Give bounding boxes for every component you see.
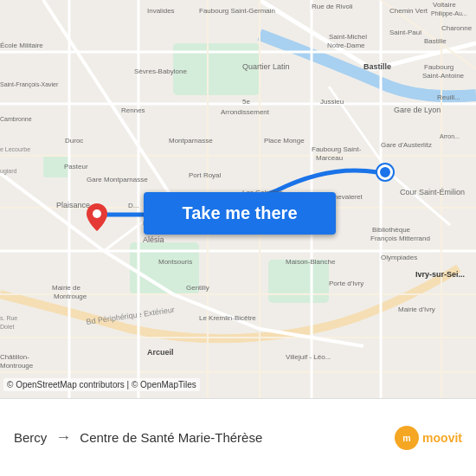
bottom-bar: Bercy → Centre de Santé Marie-Thérèse m … (0, 398, 476, 476)
svg-text:Gare Montparnasse: Gare Montparnasse (87, 176, 148, 183)
svg-text:Olympiades: Olympiades (381, 254, 417, 261)
svg-text:Mairie de: Mairie de (52, 284, 80, 292)
svg-text:Maison-Blanche: Maison-Blanche (286, 258, 336, 266)
svg-text:École Militaire: École Militaire (0, 42, 43, 49)
take-me-there-button[interactable]: Take me there (144, 192, 336, 235)
svg-text:Rennes: Rennes (121, 106, 145, 114)
svg-text:Gare de Lyon: Gare de Lyon (394, 106, 441, 114)
svg-text:Bibliothèque: Bibliothèque (372, 226, 411, 234)
map-attribution: © OpenStreetMap contributors | © OpenMap… (3, 378, 200, 391)
svg-text:m: m (402, 432, 410, 442)
svg-text:ugiard: ugiard (0, 168, 17, 175)
svg-text:Faubourg Saint-Germain: Faubourg Saint-Germain (199, 7, 275, 15)
svg-text:Reuill...: Reuill... (437, 93, 460, 101)
svg-text:Saint-Paul: Saint-Paul (389, 29, 421, 36)
svg-text:Châtillon-: Châtillon- (0, 353, 29, 361)
svg-text:Pasteur: Pasteur (64, 163, 88, 170)
moovit-icon: m (395, 426, 419, 450)
svg-text:Saint-Antoine: Saint-Antoine (422, 72, 465, 80)
svg-text:Rue de Rivoli: Rue de Rivoli (312, 3, 353, 10)
svg-text:Voltaire: Voltaire (433, 1, 456, 9)
svg-text:Gentilly: Gentilly (186, 284, 209, 292)
svg-text:Montrouge: Montrouge (54, 293, 87, 300)
svg-text:s. Rue: s. Rue (0, 315, 17, 321)
svg-text:Mairie d'Ivry: Mairie d'Ivry (398, 306, 435, 313)
svg-text:Montparnasse: Montparnasse (169, 137, 213, 145)
svg-text:5e: 5e (242, 98, 250, 106)
svg-text:Arron...: Arron... (440, 133, 460, 139)
origin-dot (377, 164, 393, 180)
svg-text:Marceau: Marceau (316, 154, 343, 162)
svg-text:Quartier Latin: Quartier Latin (242, 62, 290, 71)
map-container: Bd Périphérique Extérieur (0, 0, 476, 398)
svg-text:Montsouris: Montsouris (158, 258, 192, 266)
svg-text:Dolet: Dolet (0, 324, 14, 330)
svg-text:François Mitterrand: François Mitterrand (370, 235, 430, 242)
svg-text:Faubourg: Faubourg (424, 63, 453, 71)
svg-text:Le Kremlin-Bicêtre: Le Kremlin-Bicêtre (199, 314, 256, 322)
svg-text:Philippe-Au...: Philippe-Au... (431, 10, 467, 17)
svg-text:Charonne: Charonne (441, 24, 473, 32)
destination-pin (87, 203, 107, 224)
moovit-brand-text: moovit (422, 431, 462, 445)
svg-text:Bastille: Bastille (424, 37, 447, 45)
svg-text:e Lecourbe: e Lecourbe (0, 146, 30, 152)
svg-text:Cour Saint-Émilion: Cour Saint-Émilion (400, 188, 465, 196)
svg-text:Cambronne: Cambronne (0, 116, 32, 122)
svg-text:Bastille: Bastille (363, 62, 391, 71)
svg-text:Gare d'Austerlitz: Gare d'Austerlitz (381, 141, 432, 149)
svg-text:Plaisance: Plaisance (56, 201, 90, 209)
route-to: Centre de Santé Marie-Thérèse (80, 430, 262, 445)
svg-text:Saint-Michel: Saint-Michel (329, 33, 367, 41)
svg-text:Sèvres-Babylone: Sèvres-Babylone (134, 68, 187, 75)
svg-text:Porte d'Ivry: Porte d'Ivry (329, 280, 363, 287)
svg-rect-6 (268, 260, 329, 303)
svg-text:Faubourg Saint-: Faubourg Saint- (312, 145, 362, 153)
svg-text:Notre-Dame: Notre-Dame (327, 42, 365, 49)
svg-text:Arcueil: Arcueil (147, 348, 174, 357)
svg-point-95 (93, 209, 101, 218)
route-arrow: → (55, 428, 71, 447)
svg-text:Alésia: Alésia (143, 235, 164, 244)
svg-text:Place Monge: Place Monge (264, 137, 305, 145)
svg-text:Saint-François-Xavier: Saint-François-Xavier (0, 81, 59, 88)
svg-text:Villejuif - Léo...: Villejuif - Léo... (286, 353, 331, 361)
svg-text:Arrondissement: Arrondissement (221, 108, 270, 116)
svg-text:Chemin Vert: Chemin Vert (389, 7, 428, 15)
moovit-logo: m moovit (395, 426, 462, 450)
svg-text:D...: D... (128, 202, 138, 209)
svg-text:Ivry-sur-Sei...: Ivry-sur-Sei... (415, 270, 465, 279)
svg-text:Duroc: Duroc (65, 137, 83, 145)
route-from: Bercy (14, 430, 47, 445)
svg-text:Port Royal: Port Royal (189, 171, 222, 179)
svg-text:Invalides: Invalides (147, 7, 175, 15)
svg-text:Montrouge: Montrouge (0, 362, 34, 370)
svg-text:Jussieu: Jussieu (320, 98, 344, 106)
